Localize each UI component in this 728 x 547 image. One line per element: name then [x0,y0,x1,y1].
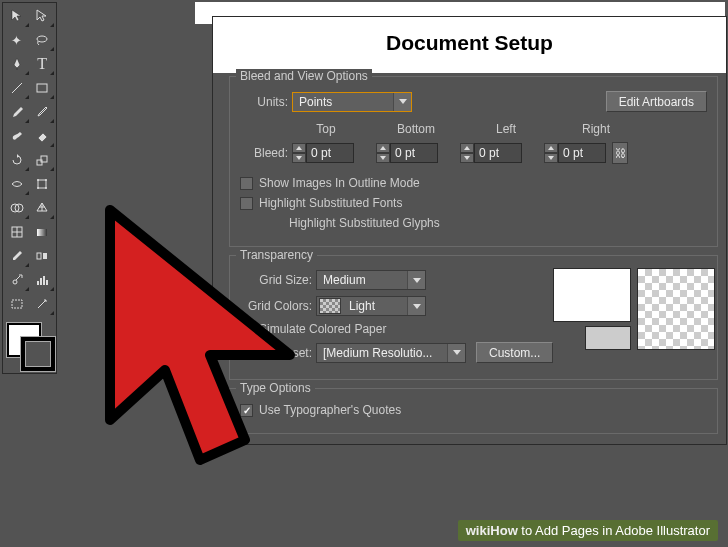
bleed-bottom-input[interactable]: 0 pt [376,143,438,163]
blend-tool[interactable] [30,244,56,268]
lasso-tool[interactable] [30,28,56,52]
bleed-view-fieldset: Bleed and View Options Units: Points Edi… [229,76,718,247]
pencil-tool[interactable] [30,100,56,124]
simulate-paper-checkbox[interactable]: Simulate Colored Paper [240,322,553,336]
grid-size-dropdown[interactable]: Medium [316,270,426,290]
custom-button[interactable]: Custom... [476,342,553,363]
mesh-tool[interactable] [4,220,30,244]
document-setup-dialog: Document Setup Bleed and View Options Un… [212,16,727,445]
svg-rect-20 [40,278,42,285]
bleed-right-input[interactable]: 0 pt [544,143,606,163]
grid-colors-dropdown[interactable]: Light [316,296,426,316]
svg-rect-5 [38,180,46,188]
paintbrush-tool[interactable] [4,100,30,124]
svg-point-6 [37,179,39,181]
type-options-legend: Type Options [236,381,315,395]
highlight-fonts-checkbox[interactable]: Highlight Substituted Fonts [240,196,707,210]
free-transform-tool[interactable] [30,172,56,196]
svg-rect-21 [43,276,45,285]
magic-wand-tool[interactable]: ✦ [4,28,30,52]
svg-rect-22 [46,280,48,285]
watermark: wikiHow to Add Pages in Adobe Illustrato… [458,520,718,541]
direct-selection-tool[interactable] [30,4,56,28]
svg-point-0 [37,36,47,42]
rotate-tool[interactable] [4,148,30,172]
selection-tool[interactable] [4,4,30,28]
bleed-left-input[interactable]: 0 pt [460,143,522,163]
edit-artboards-button[interactable]: Edit Artboards [606,91,707,112]
dialog-title: Document Setup [213,17,726,73]
svg-rect-2 [37,84,47,92]
pen-tool[interactable] [4,52,30,76]
bleed-top-input[interactable]: 0 pt [292,143,354,163]
chevron-down-icon [407,271,425,289]
transparency-preview-paper [585,326,631,350]
type-options-fieldset: Type Options Use Typographer's Quotes [229,388,718,434]
rectangle-tool[interactable] [30,76,56,100]
highlight-glyphs-checkbox[interactable]: Highlight Substituted Glyphs [270,216,707,230]
bleed-label: Bleed: [240,146,288,160]
bleed-right-label: Right [562,122,630,136]
column-graph-tool[interactable] [30,268,56,292]
preset-dropdown[interactable]: [Medium Resolutio... [316,343,466,363]
bleed-bottom-label: Bottom [382,122,450,136]
type-tool[interactable]: T [30,52,56,76]
show-images-checkbox[interactable]: Show Images In Outline Mode [240,176,707,190]
grid-size-label: Grid Size: [240,273,312,287]
chevron-down-icon [393,93,411,111]
transparency-preview-white [553,268,631,322]
bleed-view-legend: Bleed and View Options [236,69,372,83]
svg-point-9 [45,187,47,189]
svg-rect-19 [37,281,39,285]
chevron-down-icon [447,344,465,362]
width-tool[interactable] [4,172,30,196]
svg-rect-16 [37,253,41,259]
slice-tool[interactable] [30,292,56,316]
typographer-quotes-checkbox[interactable]: Use Typographer's Quotes [240,403,707,417]
eraser-tool[interactable] [30,124,56,148]
svg-rect-17 [43,253,47,259]
transparency-preview-checker [637,268,715,350]
fill-stroke-swatches[interactable] [4,320,55,372]
svg-line-1 [12,83,22,93]
blob-brush-tool[interactable] [4,124,30,148]
chevron-down-icon [407,297,425,315]
svg-point-8 [37,187,39,189]
gradient-tool[interactable] [30,220,56,244]
units-dropdown[interactable]: Points [292,92,412,112]
scale-tool[interactable] [30,148,56,172]
stroke-swatch[interactable] [21,337,55,371]
svg-rect-15 [37,229,47,236]
svg-rect-23 [12,300,22,308]
symbol-sprayer-tool[interactable] [4,268,30,292]
grid-colors-label: Grid Colors: [240,299,312,313]
artboard-tool[interactable] [4,292,30,316]
transparency-fieldset: Transparency Grid Size: Medium Grid Colo… [229,255,718,380]
units-label: Units: [240,95,288,109]
svg-point-18 [13,280,17,284]
tools-panel: ✦ T [2,2,57,374]
link-bleed-icon[interactable] [612,142,628,164]
bleed-top-label: Top [292,122,360,136]
line-tool[interactable] [4,76,30,100]
preset-label: Preset: [240,346,312,360]
shape-builder-tool[interactable] [4,196,30,220]
svg-point-7 [45,179,47,181]
perspective-tool[interactable] [30,196,56,220]
eyedropper-tool[interactable] [4,244,30,268]
transparency-legend: Transparency [236,248,317,262]
bleed-left-label: Left [472,122,540,136]
